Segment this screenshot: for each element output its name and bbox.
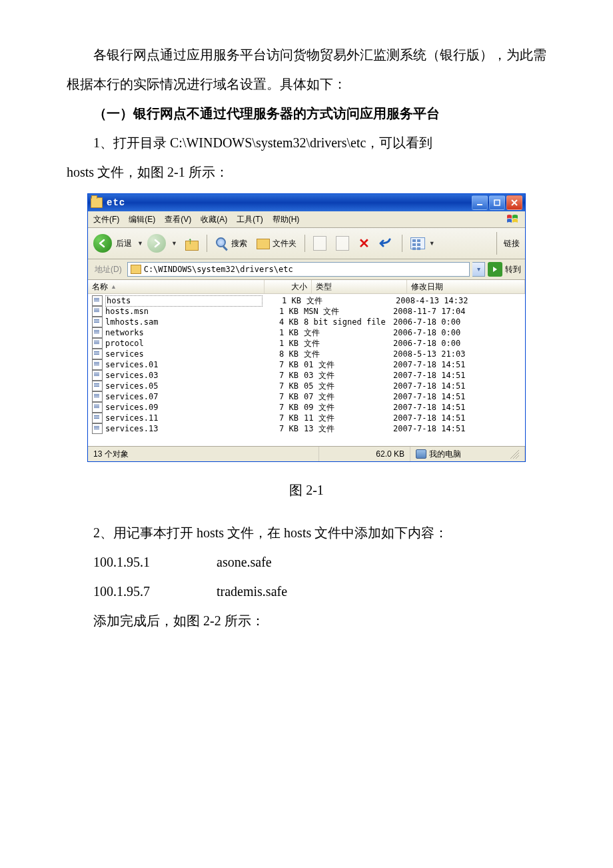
back-dropdown-icon[interactable]: ▼ [137, 240, 143, 247]
address-path: C:\WINDOWS\system32\drivers\etc [144, 265, 293, 274]
file-row[interactable]: services.017 KB01 文件2007-7-18 14:51 [88, 359, 525, 370]
file-name: services.05 [105, 381, 260, 391]
file-size: 7 KB [260, 403, 299, 412]
file-date: 2006-7-18 0:00 [390, 317, 521, 327]
file-name: services.01 [105, 360, 260, 369]
address-dropdown[interactable]: ▾ [472, 262, 485, 277]
file-size: 1 KB [260, 328, 299, 337]
header-type[interactable]: 类型 [312, 280, 407, 293]
paragraph-step2: 2、用记事本打开 hosts 文件，在 hosts 文件中添加如下内容： [67, 518, 546, 547]
resize-grip[interactable] [510, 449, 519, 459]
move-to-button[interactable] [310, 235, 329, 252]
delete-x-icon: ✕ [358, 235, 370, 251]
paragraph-step1-cont: hosts 文件，如图 2-1 所示： [67, 157, 546, 187]
file-date: 2007-7-18 14:51 [390, 392, 521, 401]
file-type: 文件 [299, 328, 390, 337]
forward-button[interactable] [147, 234, 166, 253]
file-icon [92, 327, 103, 338]
minimize-button[interactable] [472, 195, 488, 210]
undo-button[interactable] [376, 235, 396, 251]
file-date: 2007-7-18 14:51 [390, 413, 521, 423]
address-input[interactable]: C:\WINDOWS\system32\drivers\etc [127, 262, 470, 277]
computer-icon [416, 449, 426, 459]
go-label[interactable]: 转到 [505, 265, 521, 274]
menu-file[interactable]: 文件(F) [93, 215, 119, 224]
menu-view[interactable]: 查看(V) [165, 215, 191, 224]
back-button[interactable] [93, 234, 112, 253]
search-icon [215, 237, 229, 250]
go-button[interactable] [488, 262, 502, 277]
file-icon [92, 381, 103, 391]
status-location: 我的电脑 [410, 447, 525, 461]
file-icon [92, 295, 103, 306]
views-button[interactable]: ▼ [408, 236, 438, 251]
up-button[interactable]: ↑ [181, 235, 201, 252]
menu-favorites[interactable]: 收藏(A) [201, 215, 227, 224]
file-date: 2006-7-18 0:00 [390, 339, 521, 348]
file-name: services.03 [105, 371, 260, 380]
paragraph-after-add: 添加完成后，如图 2-2 所示： [67, 606, 546, 635]
folders-button[interactable]: 文件夹 [254, 236, 299, 251]
paper-icon [336, 236, 349, 251]
file-row[interactable]: services.037 KB03 文件2007-7-18 14:51 [88, 370, 525, 381]
file-row[interactable]: hosts.msn1 KBMSN 文件2008-11-7 17:04 [88, 306, 525, 317]
header-name[interactable]: 名称▲ [88, 280, 265, 293]
file-row[interactable]: protocol1 KB文件2006-7-18 0:00 [88, 338, 525, 349]
file-row[interactable]: networks1 KB文件2006-7-18 0:00 [88, 327, 525, 338]
file-size: 7 KB [260, 381, 299, 391]
windows-flag-icon [506, 214, 520, 225]
file-size: 8 KB [260, 349, 299, 359]
text: hosts 文件，如图 2-1 所示： [67, 165, 229, 179]
titlebar[interactable]: etc [88, 194, 525, 211]
file-row[interactable]: services.117 KB11 文件2007-7-18 14:51 [88, 413, 525, 423]
undo-icon [379, 237, 394, 250]
delete-button[interactable]: ✕ [356, 234, 372, 253]
toolbar: 后退 ▼ ▼ ↑ 搜索 文件夹 ✕ ▼ 链接 [88, 228, 525, 259]
file-type: 13 文件 [299, 424, 390, 433]
hostname: trademis.safe [217, 584, 287, 599]
file-size: 7 KB [260, 392, 299, 401]
file-size: 4 KB [260, 317, 299, 327]
file-type: 01 文件 [299, 360, 390, 369]
file-type: 05 文件 [299, 381, 390, 391]
back-label[interactable]: 后退 [116, 239, 132, 248]
file-row[interactable]: lmhosts.sam4 KB8 bit signed file2006-7-1… [88, 317, 525, 327]
file-name: services.13 [105, 424, 260, 433]
file-row[interactable]: services.137 KB13 文件2007-7-18 14:51 [88, 423, 525, 434]
close-button[interactable] [506, 195, 522, 210]
path-text: C:\WINDOWS\system32\drivers\etc [170, 135, 366, 150]
file-row[interactable]: hosts1 KB文件2008-4-13 14:32 [88, 295, 525, 306]
file-type: 文件 [299, 349, 390, 359]
address-bar: 地址(D) C:\WINDOWS\system32\drivers\etc ▾ … [88, 259, 525, 280]
header-size[interactable]: 大小 [265, 280, 312, 293]
file-row[interactable]: services8 KB文件2008-5-13 21:03 [88, 349, 525, 359]
folder-icon [91, 197, 103, 208]
hosts-entry-2: 100.1.95.7trademis.safe [67, 577, 546, 606]
maximize-button[interactable] [489, 195, 505, 210]
links-label[interactable]: 链接 [496, 232, 520, 255]
file-size: 7 KB [260, 424, 299, 433]
menubar: 文件(F) 编辑(E) 查看(V) 收藏(A) 工具(T) 帮助(H) [88, 211, 525, 228]
file-row[interactable]: services.057 KB05 文件2007-7-18 14:51 [88, 381, 525, 391]
file-date: 2007-7-18 14:51 [390, 360, 521, 369]
address-label: 地址(D) [92, 263, 125, 275]
file-row[interactable]: services.097 KB09 文件2007-7-18 14:51 [88, 402, 525, 413]
ip: 100.1.95.1 [93, 555, 150, 569]
menu-help[interactable]: 帮助(H) [273, 215, 300, 224]
menu-edit[interactable]: 编辑(E) [129, 215, 155, 224]
file-name: networks [105, 328, 260, 337]
forward-dropdown-icon[interactable]: ▼ [171, 240, 177, 247]
search-button[interactable]: 搜索 [213, 235, 250, 251]
file-type: MSN 文件 [299, 307, 390, 316]
text: 1、打开目录 [93, 135, 170, 150]
ip: 100.1.95.7 [93, 584, 150, 599]
menu-tools[interactable]: 工具(T) [237, 215, 263, 224]
copy-to-button[interactable] [333, 235, 352, 252]
file-name: protocol [105, 339, 260, 348]
header-date[interactable]: 修改日期 [407, 280, 525, 293]
file-date: 2008-4-13 14:32 [393, 296, 521, 305]
text: ，可以看到 [366, 135, 432, 150]
file-name: services.07 [105, 392, 260, 401]
file-row[interactable]: services.077 KB07 文件2007-7-18 14:51 [88, 391, 525, 402]
sort-asc-icon: ▲ [111, 283, 117, 291]
